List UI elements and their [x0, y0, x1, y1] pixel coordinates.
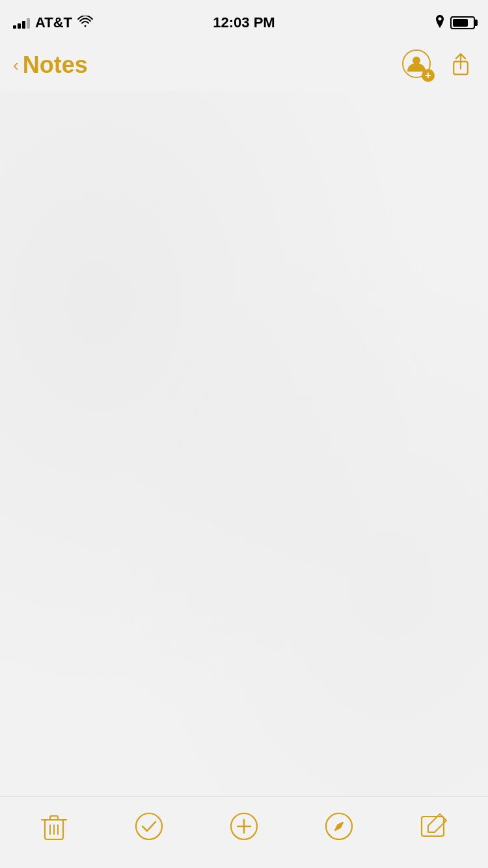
compass-icon: [323, 811, 355, 842]
wifi-icon: [77, 16, 93, 31]
share-button[interactable]: [446, 51, 475, 79]
status-right: [435, 15, 475, 31]
bottom-toolbar: [0, 796, 488, 868]
status-bar: AT&T 12:03 PM: [0, 0, 488, 39]
carrier-label: AT&T: [35, 14, 72, 31]
check-icon: [133, 811, 165, 842]
plus-badge-icon: +: [422, 69, 435, 82]
check-button[interactable]: [129, 807, 169, 846]
svg-point-0: [439, 17, 442, 20]
back-button[interactable]: ‹ Notes: [13, 51, 88, 79]
signal-icon: [13, 17, 30, 29]
main-content[interactable]: [0, 91, 488, 774]
nav-bar: ‹ Notes +: [0, 39, 488, 91]
back-label: Notes: [23, 51, 88, 79]
trash-icon: [40, 811, 68, 842]
status-left: AT&T: [13, 14, 93, 31]
status-time: 12:03 PM: [213, 14, 275, 31]
location-icon: [435, 15, 445, 31]
search-button[interactable]: [319, 807, 359, 846]
compose-button[interactable]: [414, 807, 454, 846]
chevron-left-icon: ‹: [13, 57, 19, 74]
add-person-button[interactable]: +: [402, 49, 433, 81]
svg-marker-7: [335, 822, 343, 830]
compose-icon: [419, 811, 449, 841]
delete-button[interactable]: [34, 807, 74, 846]
svg-point-4: [136, 813, 162, 839]
share-icon: [450, 53, 471, 77]
battery-icon: [450, 16, 475, 29]
nav-right: +: [402, 49, 475, 81]
plus-circle-icon: [228, 811, 260, 842]
add-button[interactable]: [224, 807, 264, 846]
